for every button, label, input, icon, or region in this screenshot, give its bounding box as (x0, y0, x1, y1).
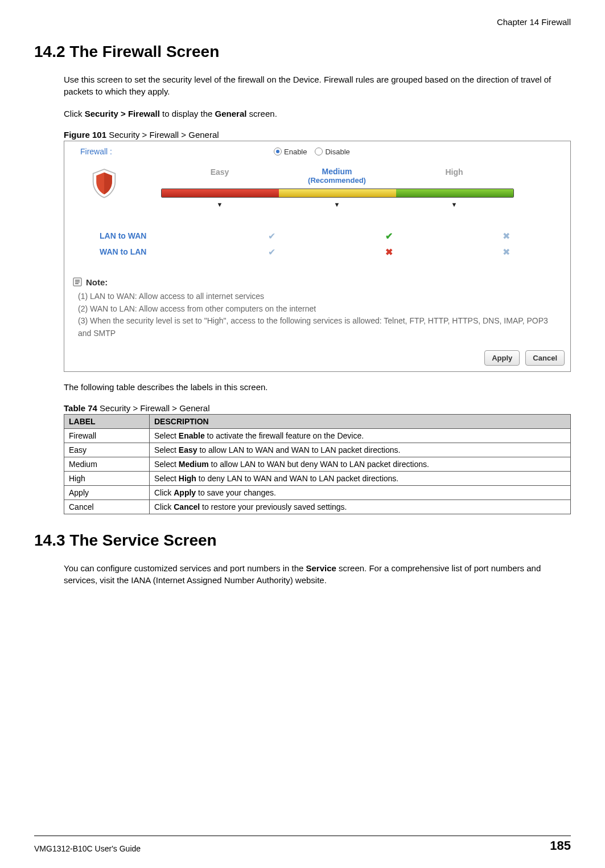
table-row: Firewall Select Enable to activate the f… (64, 428, 571, 443)
tick-easy: ▼ (161, 201, 278, 208)
s2-p1-bold: Service (306, 563, 336, 573)
figure-title: Security > Firewall > General (106, 130, 219, 140)
th-label: LABEL (64, 414, 150, 428)
wan-to-lan-easy-icon: ✔ (213, 247, 330, 257)
radio-dot-enable (274, 148, 282, 155)
td-desc: Select Enable to activate the firewall f… (150, 428, 571, 443)
tick-high: ▼ (396, 201, 513, 208)
s2-p1-pre: You can configure customized services an… (64, 563, 306, 573)
table-row: High Select High to deny LAN to WAN and … (64, 471, 571, 485)
section-14-3-title: 14.3 The Service Screen (34, 531, 571, 550)
row-wan-to-lan-label: WAN to LAN (100, 247, 159, 256)
td-label: Cancel (64, 499, 150, 514)
para2-path1: Security > Firewall (85, 109, 160, 118)
footer-page-number: 185 (550, 838, 571, 853)
lan-to-wan-medium-icon: ✔ (330, 231, 447, 241)
note-icon (72, 277, 83, 287)
chapter-header: Chapter 14 Firewall (34, 17, 571, 27)
td-post: to allow LAN to WAN but deny WAN to LAN … (209, 460, 429, 469)
note-line-1: (1) LAN to WAN: Allow access to all inte… (78, 290, 562, 303)
section1-para2: Click Security > Firewall to display the… (64, 108, 571, 120)
td-bold: Medium (179, 460, 209, 469)
level-medium-sub: (Recommended) (308, 176, 366, 185)
note-title: Note: (86, 277, 108, 287)
td-label: Firewall (64, 428, 150, 443)
td-pre: Select (154, 445, 179, 455)
figure-caption: Figure 101 Security > Firewall > General (64, 130, 571, 140)
lan-to-wan-easy-icon: ✔ (213, 231, 330, 241)
after-figure-text: The following table describes the labels… (64, 381, 571, 393)
table-row: Medium Select Medium to allow LAN to WAN… (64, 457, 571, 471)
tick-medium: ▼ (278, 201, 396, 208)
table-row: Apply Click Apply to save your changes. (64, 485, 571, 499)
note-header: Note: (72, 277, 562, 287)
table-number: Table 74 (64, 403, 97, 413)
level-medium-text: Medium (322, 167, 352, 176)
para2-pre: Click (64, 109, 85, 118)
radio-disable[interactable]: Disable (315, 148, 349, 156)
td-bold: Easy (179, 445, 197, 455)
td-bold: Apply (174, 488, 196, 497)
td-pre: Click (154, 488, 174, 497)
td-bold: High (179, 474, 196, 483)
section-14-2-title: 14.2 The Firewall Screen (34, 43, 571, 61)
para2-path2: General (215, 109, 247, 118)
td-label: High (64, 471, 150, 485)
lan-to-wan-high-icon: ✖ (447, 231, 565, 241)
table-caption: Table 74 Security > Firewall > General (64, 403, 571, 413)
table-row: Easy Select Easy to allow LAN to WAN and… (64, 443, 571, 457)
row-lan-to-wan-label: LAN to WAN (100, 231, 159, 240)
firewall-shield-icon (88, 166, 120, 200)
td-post: to allow LAN to WAN and WAN to LAN packe… (197, 445, 401, 455)
td-post: to restore your previously saved setting… (200, 502, 347, 511)
th-description: DESCRIPTION (150, 414, 571, 428)
level-high-label[interactable]: High (396, 167, 513, 185)
page-footer: VMG1312-B10C User's Guide 185 (34, 836, 571, 853)
td-desc: Select Easy to allow LAN to WAN and WAN … (150, 443, 571, 457)
figure-number: Figure 101 (64, 130, 106, 140)
td-desc: Click Cancel to restore your previously … (150, 499, 571, 514)
wan-to-lan-medium-icon: ✖ (330, 247, 447, 257)
level-easy-label[interactable]: Easy (161, 167, 278, 185)
para2-post: screen. (246, 109, 277, 118)
cancel-button[interactable]: Cancel (525, 350, 565, 366)
td-pre: Select (154, 460, 179, 469)
table-row: Cancel Click Cancel to restore your prev… (64, 499, 571, 514)
note-line-2: (2) WAN to LAN: Allow access from other … (78, 303, 562, 316)
td-post: to save your changes. (196, 488, 276, 497)
note-line-3: (3) When the security level is set to "H… (78, 315, 562, 339)
footer-guide: VMG1312-B10C User's Guide (34, 844, 141, 853)
radio-enable[interactable]: Enable (274, 148, 307, 156)
para2-mid: to display the (160, 109, 215, 118)
td-pre: Click (154, 502, 174, 511)
td-desc: Select High to deny LAN to WAN and WAN t… (150, 471, 571, 485)
td-bold: Enable (179, 431, 205, 440)
figure-firewall-general: Firewall : Enable Disable (64, 141, 571, 372)
security-level-bar[interactable] (161, 189, 514, 198)
section1-para1: Use this screen to set the security leve… (64, 73, 571, 97)
radio-dot-disable (315, 148, 323, 155)
apply-button[interactable]: Apply (484, 350, 520, 366)
td-post: to activate the firewall feature on the … (205, 431, 364, 440)
td-label: Easy (64, 443, 150, 457)
td-pre: Select (154, 474, 179, 483)
td-desc: Click Apply to save your changes. (150, 485, 571, 499)
td-post: to deny LAN to WAN and WAN to LAN packet… (196, 474, 398, 483)
level-medium-label[interactable]: Medium (Recommended) (278, 167, 396, 185)
label-description-table: LABEL DESCRIPTION Firewall Select Enable… (64, 414, 571, 514)
td-desc: Select Medium to allow LAN to WAN but de… (150, 457, 571, 471)
td-pre: Select (154, 431, 179, 440)
radio-enable-label: Enable (284, 148, 307, 156)
td-label: Medium (64, 457, 150, 471)
td-label: Apply (64, 485, 150, 499)
td-bold: Cancel (174, 502, 200, 511)
firewall-label: Firewall : (80, 147, 149, 156)
radio-disable-label: Disable (325, 148, 349, 156)
table-title: Security > Firewall > General (97, 403, 210, 413)
wan-to-lan-high-icon: ✖ (447, 247, 565, 257)
section2-para1: You can configure customized services an… (64, 562, 571, 586)
